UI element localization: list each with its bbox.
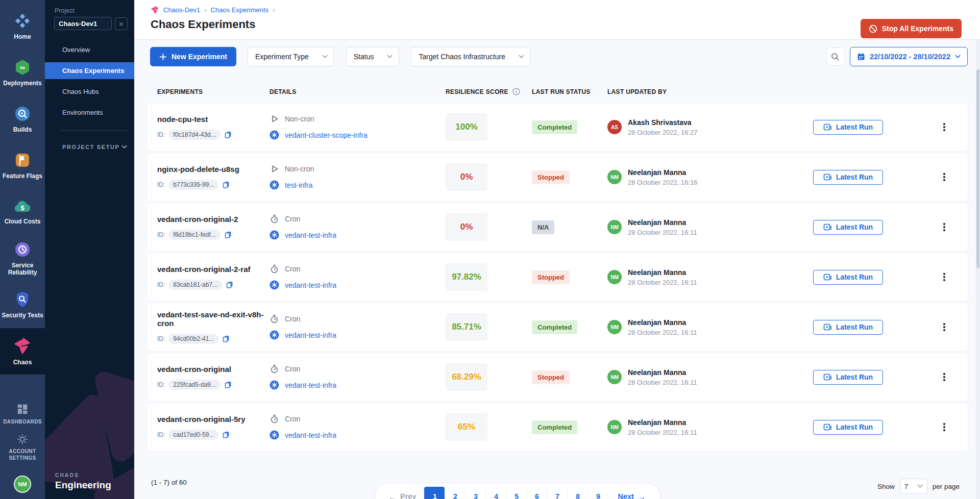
- sidebar-item-overview[interactable]: Overview: [45, 41, 134, 58]
- table-row[interactable]: nginx-pod-delete-u8sgID:b773c335-99...No…: [147, 153, 968, 201]
- updated-by-text: Neelanjan Manna28 October 2022, 16:11: [628, 218, 697, 236]
- sidebar-item-environments[interactable]: Environments: [45, 104, 134, 121]
- pagination-page-7[interactable]: 7: [547, 487, 567, 499]
- status-badge: Completed: [532, 120, 577, 134]
- pagination-page-5[interactable]: 5: [506, 487, 526, 499]
- rail-item-feature-flags[interactable]: Feature Flags: [0, 142, 45, 189]
- infra-line: vedant-test-infra: [270, 230, 446, 240]
- rail-item-account-settings[interactable]: ACCOUNT SETTINGS: [0, 431, 45, 464]
- latest-run-button[interactable]: Latest Run: [813, 220, 883, 235]
- filter-dropdown-experiment-type[interactable]: Experiment Type: [248, 47, 334, 66]
- table-header-row: EXPERIMENTSDETAILSRESILIENCE SCORELAST R…: [147, 88, 968, 103]
- pagination-prev-button[interactable]: ←Prev: [380, 492, 424, 499]
- table-row[interactable]: node-cpu-testID:f0c187d4-43d...Non-cronv…: [147, 103, 968, 151]
- table-row[interactable]: vedant-cron-originalID:225fcad5-da9...Cr…: [147, 353, 968, 401]
- project-setup-toggle[interactable]: PROJECT SETUP: [62, 144, 127, 150]
- sidebar-expand-icon[interactable]: »: [115, 17, 128, 30]
- latest-run-button[interactable]: Latest Run: [813, 420, 883, 435]
- infrastructure-link[interactable]: vedant-test-infra: [285, 431, 336, 439]
- search-button[interactable]: [826, 47, 845, 66]
- rail-item-chaos[interactable]: Chaos: [0, 328, 45, 375]
- latest-run-icon: [823, 173, 832, 182]
- infrastructure-link[interactable]: vedant-test-infra: [285, 331, 336, 339]
- copy-id-button[interactable]: [224, 131, 232, 139]
- id-label: ID:: [157, 181, 165, 188]
- user-avatar[interactable]: NM: [14, 476, 31, 493]
- schedule-type: Non-cron: [285, 165, 314, 173]
- table-row[interactable]: vedant-test-save-nd-exit-v8h-cronID:94cd…: [147, 303, 968, 351]
- rail-item-cloud-costs[interactable]: $Cloud Costs: [0, 189, 45, 235]
- latest-run-cell: Latest Run: [813, 220, 940, 235]
- copy-id-button[interactable]: [224, 381, 232, 389]
- service-reliability-icon: [14, 241, 31, 258]
- copy-id-button[interactable]: [222, 181, 230, 189]
- infrastructure-link[interactable]: vedant-cluster-scope-infra: [285, 131, 368, 139]
- rail-item-security-tests[interactable]: Security Tests: [0, 282, 45, 328]
- pagination-page-9[interactable]: 9: [587, 487, 608, 499]
- latest-run-button[interactable]: Latest Run: [813, 320, 883, 335]
- infrastructure-link[interactable]: test-infra: [285, 181, 312, 189]
- rail-item-dashboards[interactable]: DASHBOARDS: [0, 397, 45, 431]
- breadcrumb-link[interactable]: Chaos-Dev1: [163, 6, 200, 14]
- rail-item-label: Service Reliability: [1, 262, 44, 277]
- infrastructure-link[interactable]: vedant-test-infra: [285, 231, 336, 239]
- filter-dropdown-target-chaos-infrastructure[interactable]: Target Chaos Infrastructure: [411, 47, 531, 66]
- row-menu-button[interactable]: [940, 323, 948, 331]
- rail-item-home[interactable]: Home: [0, 3, 45, 49]
- row-menu-button[interactable]: [940, 273, 948, 281]
- rail-modules: Home∞DeploymentsBuildsFeature Flags$Clou…: [0, 0, 45, 375]
- latest-run-button[interactable]: Latest Run: [813, 120, 883, 135]
- avatar: AS: [607, 120, 622, 134]
- rail-item-service-reliability[interactable]: Service Reliability: [0, 235, 45, 282]
- rail-item-label: Security Tests: [1, 312, 44, 319]
- status-badge: Completed: [532, 320, 577, 334]
- experiments-table: EXPERIMENTSDETAILSRESILIENCE SCORELAST R…: [134, 72, 980, 453]
- latest-run-button[interactable]: Latest Run: [813, 370, 883, 385]
- latest-run-button[interactable]: Latest Run: [813, 270, 883, 285]
- table-row[interactable]: vedant-cron-original-5ryID:cad17ed0-59..…: [147, 403, 968, 451]
- copy-id-button[interactable]: [222, 335, 230, 343]
- row-menu-button[interactable]: [940, 173, 948, 181]
- table-row[interactable]: vedant-cron-original-2-rafID:83cab181-ab…: [147, 253, 968, 301]
- latest-run-button[interactable]: Latest Run: [813, 170, 883, 185]
- rail-item-builds[interactable]: Builds: [0, 96, 45, 142]
- pagination-page-4[interactable]: 4: [485, 487, 506, 499]
- date-range-picker[interactable]: 22/10/2022 - 28/10/2022: [850, 47, 968, 66]
- copy-id-button[interactable]: [222, 431, 230, 439]
- copy-id-button[interactable]: [226, 281, 234, 289]
- updated-by-cell: NMNeelanjan Manna28 October 2022, 16:11: [607, 268, 813, 286]
- new-experiment-button[interactable]: New Experiment: [150, 47, 236, 66]
- row-menu-button[interactable]: [940, 373, 948, 381]
- page-size-select[interactable]: 7: [900, 479, 927, 494]
- project-name-input[interactable]: [54, 17, 112, 30]
- sidebar-item-chaos-experiments[interactable]: Chaos Experiments: [45, 62, 134, 79]
- copy-id-button[interactable]: [224, 231, 232, 239]
- infrastructure-link[interactable]: vedant-test-infra: [285, 381, 336, 389]
- filter-dropdown-status[interactable]: Status: [346, 47, 400, 66]
- row-menu-button[interactable]: [940, 223, 948, 231]
- experiment-id-chip: 94cd00b2-41...: [168, 334, 218, 344]
- scrollbar-thumb[interactable]: [976, 69, 979, 268]
- row-menu-button[interactable]: [940, 423, 948, 431]
- sidebar-item-chaos-hubs[interactable]: Chaos Hubs: [45, 83, 134, 100]
- stop-all-experiments-button[interactable]: Stop All Experiments: [861, 19, 962, 38]
- pagination-page-8[interactable]: 8: [567, 487, 587, 499]
- vertical-scrollbar[interactable]: [976, 40, 980, 499]
- rail-item-label: Feature Flags: [1, 172, 44, 180]
- rail-item-deployments[interactable]: ∞Deployments: [0, 49, 45, 96]
- toolbar: New Experiment Experiment TypeStatusTarg…: [134, 40, 980, 72]
- pagination-page-1[interactable]: 1: [424, 487, 445, 499]
- pagination-page-2[interactable]: 2: [445, 487, 465, 499]
- schedule-line: Non-cron: [270, 114, 446, 123]
- breadcrumb-link[interactable]: Chaos Experiments: [211, 6, 268, 14]
- pagination-next-button[interactable]: Next→: [608, 492, 654, 499]
- infrastructure-link[interactable]: vedant-test-infra: [285, 281, 336, 289]
- infra-line: vedant-test-infra: [270, 280, 446, 290]
- table-row[interactable]: vedant-cron-original-2ID:f6d19bc1-fedf..…: [147, 203, 968, 251]
- pagination-page-6[interactable]: 6: [526, 487, 547, 499]
- svg-text:∞: ∞: [20, 63, 25, 71]
- latest-run-icon: [823, 423, 832, 432]
- row-menu-button[interactable]: [940, 123, 948, 131]
- latest-run-icon: [823, 373, 832, 382]
- pagination-page-3[interactable]: 3: [465, 487, 485, 499]
